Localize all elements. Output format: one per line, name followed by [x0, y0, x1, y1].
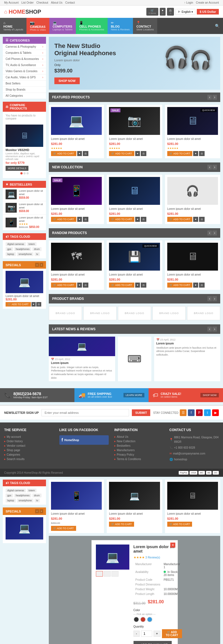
info-link-bestsellers[interactable]: Bestsellers	[114, 444, 164, 447]
dot-3[interactable]	[26, 172, 29, 174]
random-prev-button[interactable]: ‹	[207, 230, 212, 235]
brand-logo-5[interactable]: BRAND LOGO	[187, 306, 220, 320]
service-link-orders[interactable]: Order history	[4, 440, 54, 443]
second-specials-prev-button[interactable]: ‹	[35, 509, 39, 513]
learn-more-button[interactable]: LEARN MORE	[123, 393, 145, 397]
rp3-compare-button[interactable]: ⚖	[199, 283, 205, 288]
newsletter-submit-button[interactable]: SUBMIT	[132, 409, 150, 416]
language-selector[interactable]: 🏳 English ▾	[175, 9, 195, 15]
random-product-3-add-cart-button[interactable]: 🛒 ADD TO CART	[167, 283, 193, 288]
my-account-link[interactable]: My Account	[4, 1, 19, 4]
logo[interactable]: ⌂ HOMESHOP	[4, 9, 41, 15]
brand-logo-1[interactable]: BRAND LOGO	[49, 306, 82, 320]
sale-shop-now-button[interactable]: SHOP NOW	[200, 393, 219, 397]
service-link-vendor[interactable]: Vendor contact	[4, 444, 54, 447]
login-link[interactable]: ↑ Login	[184, 1, 193, 4]
youtube-icon[interactable]: ▶	[212, 409, 219, 416]
featured-product-3-compare-button[interactable]: ⚖	[199, 151, 205, 156]
list-order-link[interactable]: List Order	[21, 1, 34, 4]
new-collection-product-2-add-cart-button[interactable]: 🛒 ADD TO CART	[109, 217, 134, 222]
newsletter-email-input[interactable]	[42, 409, 129, 416]
color-red[interactable]	[140, 617, 146, 622]
qty-decrease-button[interactable]: -	[134, 631, 140, 637]
modal-thumb-1[interactable]	[96, 571, 103, 577]
color-blue[interactable]	[147, 617, 152, 622]
nav-cellphones[interactable]: 📱 CELL PHONES Phones & Accessories	[76, 18, 108, 34]
brand-logo-4[interactable]: BRAND LOGO	[152, 306, 186, 320]
sp2-add-cart[interactable]: 🛒 ADD TO CART	[109, 522, 134, 527]
wishlist-icon-box[interactable]: ♥ 0	[160, 8, 166, 16]
dot-1[interactable]	[20, 172, 23, 174]
cat-item-all[interactable]: All Categories	[3, 93, 46, 99]
info-link-about[interactable]: About Us	[114, 435, 164, 438]
tag2-digital-cameras[interactable]: digital cameras	[6, 489, 26, 492]
brand-logo-3[interactable]: BRAND LOGO	[118, 306, 151, 320]
quickview-label-r2[interactable]: QUICKVIEW	[142, 244, 159, 248]
tag2-tv[interactable]: tv	[35, 499, 40, 502]
modal-close-button[interactable]: ✕	[170, 543, 175, 548]
tag2-gps[interactable]: gps	[6, 494, 13, 497]
featured-product-1-add-cart-button[interactable]: 🛒 ADD TO CART	[51, 151, 76, 156]
compare-icon-box[interactable]: ⚖ 0	[167, 8, 174, 16]
create-account-link[interactable]: Create an Account	[196, 1, 219, 4]
nav-search-button[interactable]: 🔍	[212, 18, 223, 34]
facebook-icon[interactable]: f	[188, 409, 195, 416]
tag2-drum[interactable]: drum	[32, 494, 42, 497]
modal-thumb-3[interactable]	[112, 571, 118, 577]
specials-prev-button[interactable]: ‹	[35, 263, 39, 267]
checkout-link[interactable]: Checkout	[37, 1, 48, 4]
new-collection-prev-button[interactable]: ‹	[207, 165, 212, 170]
nc3-wishlist-button[interactable]: ♥	[193, 217, 198, 222]
new-collection-product-1-add-cart-button[interactable]: 🛒 ADD TO CART	[51, 217, 76, 222]
featured-product-3-wishlist-button[interactable]: ♥	[193, 151, 198, 156]
cat-item-brands[interactable]: Shop by Brands	[3, 87, 46, 93]
tag-smartphone[interactable]: smartphone	[17, 252, 34, 256]
brand-logo-2[interactable]: BRAND LOGO	[83, 306, 117, 320]
tag2-totem[interactable]: totem	[27, 489, 37, 492]
cat-item-computers[interactable]: Computers & Tablets›	[3, 50, 46, 56]
service-link-categories[interactable]: Categories	[4, 453, 54, 456]
nc2-wishlist-button[interactable]: ♥	[135, 217, 140, 222]
tag-totem[interactable]: totem	[27, 242, 37, 246]
tag-laptop[interactable]: laptop	[6, 252, 16, 256]
brands-prev-button[interactable]: ‹	[207, 296, 212, 301]
new-collection-next-button[interactable]: ›	[212, 165, 217, 170]
rp3-wishlist-button[interactable]: ♥	[193, 283, 198, 288]
featured-next-button[interactable]: ›	[212, 95, 217, 100]
cat-item-games[interactable]: Video Games & Consoles›	[3, 68, 46, 74]
pinterest-icon[interactable]: P	[196, 409, 203, 416]
featured-product-1-compare-button[interactable]: ⚖	[83, 151, 88, 156]
sp3-add-cart[interactable]: 🛒 ADD TO CART	[167, 522, 192, 527]
info-link-manufacturers[interactable]: Manufacturers	[114, 449, 164, 452]
hero-shop-now-button[interactable]: SHOP NOW	[54, 77, 80, 84]
about-link[interactable]: About Us	[51, 1, 62, 4]
qty-input[interactable]	[141, 631, 152, 637]
random-product-1-add-cart-button[interactable]: 🛒 ADD TO CART	[51, 283, 76, 288]
news-prev-button[interactable]: ‹	[207, 327, 212, 332]
info-link-new-collection[interactable]: New Collection	[114, 440, 164, 443]
modal-add-cart-button[interactable]: 🛒 ADD TO CART	[162, 629, 182, 638]
tag2-laptop[interactable]: laptop	[6, 499, 16, 502]
nav-cameras[interactable]: 📷 CAMERAS Photo & Video	[26, 18, 49, 34]
qty-increase-button[interactable]: +	[154, 631, 161, 637]
cat-item-car[interactable]: Car Audio, Video & GPS›	[3, 74, 46, 81]
new-collection-product-3-add-cart-button[interactable]: 🛒 ADD TO CART	[167, 217, 193, 222]
nc2-compare-button[interactable]: ⚖	[141, 217, 146, 222]
facebook-page-widget[interactable]: f HomeShop	[59, 435, 109, 445]
more-details-button[interactable]: MORE DETAILS	[6, 166, 28, 171]
featured-product-3-add-cart-button[interactable]: 🛒 ADD TO CART	[167, 151, 193, 156]
nav-home[interactable]: ⌂ HOME Variety of Layouts	[0, 18, 26, 34]
featured-product-2-wishlist-button[interactable]: ♥	[135, 151, 140, 156]
rp1-compare-button[interactable]: ⚖	[83, 283, 88, 288]
nc1-wishlist-button[interactable]: ♥	[77, 217, 82, 222]
featured-product-2-compare-button[interactable]: ⚖	[141, 151, 146, 156]
modal-thumb-2[interactable]	[104, 571, 111, 577]
featured-product-2-add-cart-button[interactable]: 🛒 ADD TO CART	[109, 151, 134, 156]
nc1-compare-button[interactable]: ⚖	[83, 217, 88, 222]
random-product-2-add-cart-button[interactable]: 🛒 ADD TO CART	[109, 283, 134, 288]
contact-link[interactable]: Contact	[65, 1, 75, 4]
tag-headphones[interactable]: headphones	[14, 247, 31, 251]
rp1-wishlist-button[interactable]: ♥	[77, 283, 82, 288]
nav-computers[interactable]: 💻 COMPUTERS Laptops & Tablets	[49, 18, 76, 34]
second-specials-next-button[interactable]: ›	[40, 509, 43, 513]
